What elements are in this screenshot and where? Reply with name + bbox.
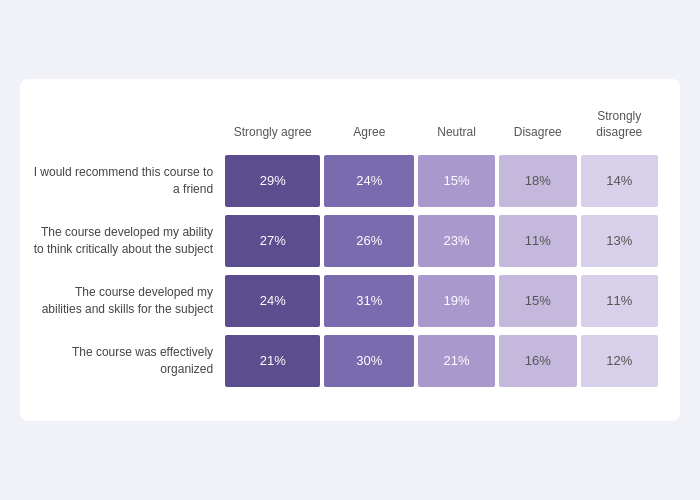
bar-neutral: 21%: [418, 335, 495, 387]
bar-agree: 26%: [324, 215, 414, 267]
bar-cell-neutral: 19%: [416, 271, 497, 331]
bar-disagree: 18%: [499, 155, 577, 207]
chart-container: Strongly agree Agree Neutral Disagree St…: [20, 79, 680, 420]
bar-cell-agree: 24%: [322, 151, 416, 211]
chart-table: Strongly agree Agree Neutral Disagree St…: [30, 109, 660, 390]
bar-agree: 24%: [324, 155, 414, 207]
bar-cell-agree: 31%: [322, 271, 416, 331]
bar-agree: 31%: [324, 275, 414, 327]
col-header-neutral: Neutral: [416, 109, 497, 150]
bar-cell-strongly_agree: 24%: [223, 271, 322, 331]
bar-strongly_agree: 21%: [225, 335, 320, 387]
bar-strongly_agree: 29%: [225, 155, 320, 207]
col-header-disagree: Disagree: [497, 109, 579, 150]
col-header-label: [30, 109, 223, 150]
bar-cell-strongly_agree: 29%: [223, 151, 322, 211]
bar-cell-disagree: 11%: [497, 211, 579, 271]
bar-cell-strongly_agree: 27%: [223, 211, 322, 271]
col-header-strongly-agree: Strongly agree: [223, 109, 322, 150]
row-label: The course was effectively organized: [30, 331, 223, 391]
bar-cell-neutral: 15%: [416, 151, 497, 211]
bar-neutral: 15%: [418, 155, 495, 207]
bar-cell-strongly_disagree: 11%: [579, 271, 660, 331]
bar-strongly_disagree: 14%: [581, 155, 658, 207]
bar-cell-neutral: 23%: [416, 211, 497, 271]
table-row: The course was effectively organized21%3…: [30, 331, 660, 391]
header-row: Strongly agree Agree Neutral Disagree St…: [30, 109, 660, 150]
bar-disagree: 15%: [499, 275, 577, 327]
row-label: I would recommend this course to a frien…: [30, 151, 223, 211]
bar-neutral: 23%: [418, 215, 495, 267]
table-row: I would recommend this course to a frien…: [30, 151, 660, 211]
bar-cell-disagree: 16%: [497, 331, 579, 391]
bar-cell-strongly_disagree: 13%: [579, 211, 660, 271]
bar-cell-agree: 26%: [322, 211, 416, 271]
bar-strongly_disagree: 13%: [581, 215, 658, 267]
bar-cell-disagree: 18%: [497, 151, 579, 211]
bar-agree: 30%: [324, 335, 414, 387]
bar-neutral: 19%: [418, 275, 495, 327]
col-header-strongly-disagree: Strongly disagree: [579, 109, 660, 150]
bar-cell-strongly_disagree: 14%: [579, 151, 660, 211]
bar-cell-agree: 30%: [322, 331, 416, 391]
bar-cell-strongly_disagree: 12%: [579, 331, 660, 391]
table-row: The course developed my abilities and sk…: [30, 271, 660, 331]
bar-strongly_agree: 27%: [225, 215, 320, 267]
table-row: The course developed my ability to think…: [30, 211, 660, 271]
bar-cell-disagree: 15%: [497, 271, 579, 331]
bar-cell-neutral: 21%: [416, 331, 497, 391]
bar-disagree: 11%: [499, 215, 577, 267]
row-label: The course developed my abilities and sk…: [30, 271, 223, 331]
bar-strongly_disagree: 12%: [581, 335, 658, 387]
bar-strongly_disagree: 11%: [581, 275, 658, 327]
col-header-agree: Agree: [322, 109, 416, 150]
row-label: The course developed my ability to think…: [30, 211, 223, 271]
bar-disagree: 16%: [499, 335, 577, 387]
bar-strongly_agree: 24%: [225, 275, 320, 327]
bar-cell-strongly_agree: 21%: [223, 331, 322, 391]
